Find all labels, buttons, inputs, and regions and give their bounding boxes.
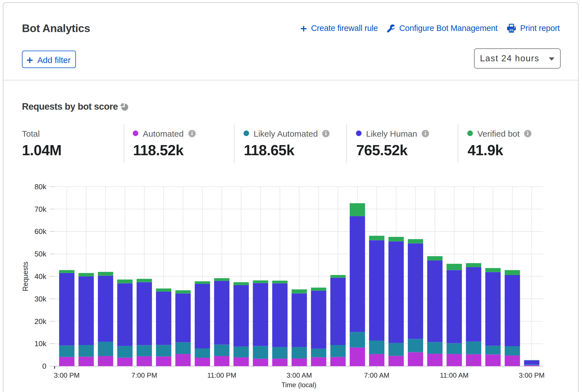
svg-text:3:00 AM: 3:00 AM (287, 371, 312, 379)
svg-text:0: 0 (42, 362, 46, 370)
svg-text:40k: 40k (34, 272, 46, 281)
svg-text:3:00 PM: 3:00 PM (519, 371, 545, 379)
svg-text:Time (local): Time (local) (281, 381, 316, 389)
svg-text:20k: 20k (34, 317, 46, 326)
svg-text:10k: 10k (34, 339, 46, 348)
svg-text:50k: 50k (34, 250, 46, 258)
svg-text:11:00 AM: 11:00 AM (440, 371, 468, 379)
svg-text:7:00 AM: 7:00 AM (364, 371, 389, 379)
svg-text:60k: 60k (34, 227, 46, 236)
svg-text:Requests: Requests (21, 262, 29, 291)
svg-text:70k: 70k (34, 205, 46, 213)
svg-text:7:00 PM: 7:00 PM (131, 371, 157, 379)
svg-text:3:00 PM: 3:00 PM (54, 371, 80, 379)
svg-text:30k: 30k (34, 295, 46, 303)
svg-text:11:00 PM: 11:00 PM (207, 371, 236, 379)
svg-text:80k: 80k (34, 183, 46, 191)
